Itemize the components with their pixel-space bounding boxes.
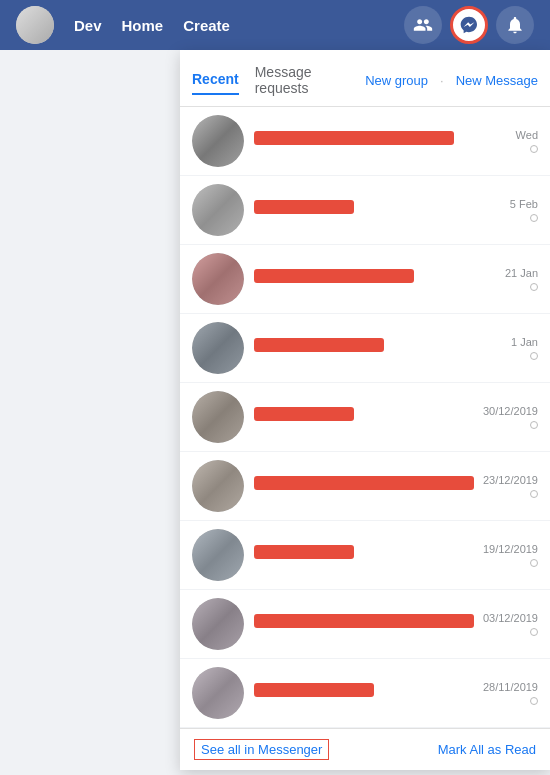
- read-indicator: [530, 214, 538, 222]
- nav-link-dev[interactable]: Dev: [74, 17, 102, 34]
- message-date: 1 Jan: [511, 336, 538, 348]
- avatar: [192, 391, 244, 443]
- message-item[interactable]: 03/12/2019: [180, 590, 550, 659]
- message-meta: Wed: [468, 129, 538, 153]
- message-list: Wed 5 Feb 21 Jan: [180, 107, 550, 728]
- avatar: [192, 115, 244, 167]
- message-date: 23/12/2019: [483, 474, 538, 486]
- message-date: Wed: [516, 129, 538, 141]
- panel-header-actions: New group · New Message: [365, 73, 538, 88]
- bell-icon-button[interactable]: [496, 6, 534, 44]
- message-content: [254, 269, 458, 289]
- new-group-link[interactable]: New group: [365, 73, 428, 88]
- tab-recent[interactable]: Recent: [192, 65, 239, 95]
- message-item[interactable]: 30/12/2019: [180, 383, 550, 452]
- read-indicator: [530, 559, 538, 567]
- read-indicator: [530, 628, 538, 636]
- read-indicator: [530, 283, 538, 291]
- message-content: [254, 131, 458, 151]
- message-meta: 1 Jan: [468, 336, 538, 360]
- mark-all-read-link[interactable]: Mark All as Read: [438, 742, 536, 757]
- message-content: [254, 683, 458, 703]
- message-item[interactable]: 21 Jan: [180, 245, 550, 314]
- message-item[interactable]: 23/12/2019: [180, 452, 550, 521]
- panel-tabs: Recent Message requests: [192, 58, 365, 102]
- message-meta: 30/12/2019: [468, 405, 538, 429]
- nav-link-create[interactable]: Create: [183, 17, 230, 34]
- message-meta: 03/12/2019: [468, 612, 538, 636]
- message-date: 03/12/2019: [483, 612, 538, 624]
- avatar: [192, 184, 244, 236]
- message-date: 19/12/2019: [483, 543, 538, 555]
- message-content: [254, 614, 458, 634]
- avatar: [192, 253, 244, 305]
- message-content: [254, 407, 458, 427]
- message-meta: 5 Feb: [468, 198, 538, 222]
- avatar: [192, 598, 244, 650]
- message-date: 30/12/2019: [483, 405, 538, 417]
- see-all-messenger-link[interactable]: See all in Messenger: [194, 739, 329, 760]
- message-meta: 28/11/2019: [468, 681, 538, 705]
- people-icon-button[interactable]: [404, 6, 442, 44]
- message-item[interactable]: 1 Jan: [180, 314, 550, 383]
- avatar: [192, 667, 244, 719]
- message-content: [254, 200, 458, 220]
- avatar: [192, 529, 244, 581]
- nav-links: Dev Home Create: [74, 17, 230, 34]
- read-indicator: [530, 421, 538, 429]
- panel-header: Recent Message requests New group · New …: [180, 50, 550, 107]
- message-item[interactable]: Wed: [180, 107, 550, 176]
- message-content: [254, 476, 458, 496]
- top-navigation: Dev Home Create: [0, 0, 550, 50]
- message-date: 5 Feb: [510, 198, 538, 210]
- message-date: 21 Jan: [505, 267, 538, 279]
- messenger-icon-button[interactable]: [450, 6, 488, 44]
- message-content: [254, 545, 458, 565]
- messenger-dropdown: Recent Message requests New group · New …: [180, 50, 550, 770]
- panel-footer: See all in Messenger Mark All as Read: [180, 728, 550, 770]
- message-item[interactable]: 28/11/2019: [180, 659, 550, 728]
- read-indicator: [530, 697, 538, 705]
- message-meta: 19/12/2019: [468, 543, 538, 567]
- message-content: [254, 338, 458, 358]
- message-item[interactable]: 19/12/2019: [180, 521, 550, 590]
- message-meta: 23/12/2019: [468, 474, 538, 498]
- avatar: [192, 460, 244, 512]
- new-message-link[interactable]: New Message: [456, 73, 538, 88]
- message-date: 28/11/2019: [483, 681, 538, 693]
- read-indicator: [530, 490, 538, 498]
- nav-link-home[interactable]: Home: [122, 17, 164, 34]
- read-indicator: [530, 145, 538, 153]
- tab-message-requests[interactable]: Message requests: [255, 58, 365, 102]
- message-item[interactable]: 5 Feb: [180, 176, 550, 245]
- nav-icons: [404, 6, 534, 44]
- read-indicator: [530, 352, 538, 360]
- avatar: [192, 322, 244, 374]
- message-meta: 21 Jan: [468, 267, 538, 291]
- profile-avatar[interactable]: [16, 6, 54, 44]
